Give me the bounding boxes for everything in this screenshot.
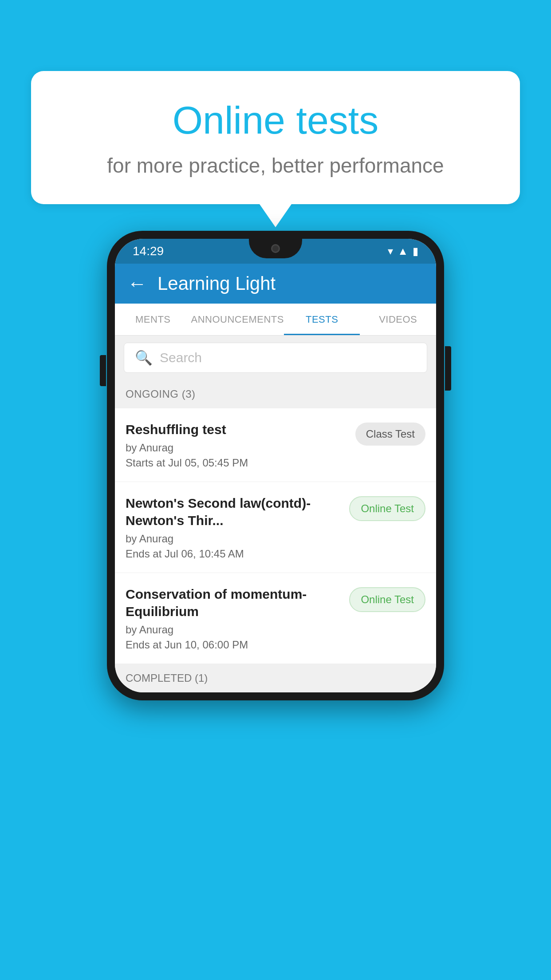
- section-completed: COMPLETED (1): [115, 664, 436, 692]
- status-time: 14:29: [133, 244, 164, 258]
- search-input[interactable]: Search: [160, 350, 202, 365]
- test-time-3: Ends at Jun 10, 06:00 PM: [126, 639, 342, 651]
- section-ongoing: ONGOING (3): [115, 380, 436, 408]
- bubble-tail: [260, 204, 291, 227]
- test-badge-3: Online Test: [349, 587, 425, 612]
- app-title: Learning Light: [157, 273, 276, 294]
- test-info-3: Conservation of momentum-Equilibrium by …: [126, 585, 342, 651]
- phone-outer: 14:29 ▾ ▲ ▮ ← Learning Light MENTS: [107, 231, 444, 700]
- test-info-1: Reshuffling test by Anurag Starts at Jul…: [126, 421, 348, 469]
- camera-dot: [271, 244, 280, 253]
- search-container: 🔍 Search: [115, 336, 436, 380]
- search-bar[interactable]: 🔍 Search: [124, 343, 427, 373]
- test-title-2: Newton's Second law(contd)-Newton's Thir…: [126, 494, 342, 529]
- wifi-icon: ▾: [388, 245, 393, 257]
- test-author-1: by Anurag: [126, 442, 348, 454]
- test-item-1[interactable]: Reshuffling test by Anurag Starts at Jul…: [115, 408, 436, 482]
- phone-mockup: 14:29 ▾ ▲ ▮ ← Learning Light MENTS: [107, 231, 444, 700]
- tab-tests[interactable]: TESTS: [284, 304, 360, 335]
- tab-bar: MENTS ANNOUNCEMENTS TESTS VIDEOS: [115, 304, 436, 336]
- test-list: Reshuffling test by Anurag Starts at Jul…: [115, 408, 436, 664]
- back-button[interactable]: ←: [127, 274, 147, 293]
- test-title-1: Reshuffling test: [126, 421, 348, 438]
- signal-icon: ▲: [398, 245, 408, 257]
- test-time-1: Starts at Jul 05, 05:45 PM: [126, 457, 348, 469]
- status-bar: 14:29 ▾ ▲ ▮: [115, 239, 436, 264]
- search-icon: 🔍: [135, 349, 153, 366]
- test-item-2[interactable]: Newton's Second law(contd)-Newton's Thir…: [115, 482, 436, 573]
- test-title-3: Conservation of momentum-Equilibrium: [126, 585, 342, 620]
- test-badge-1: Class Test: [355, 423, 425, 446]
- speech-bubble: Online tests for more practice, better p…: [31, 71, 520, 204]
- test-author-3: by Anurag: [126, 624, 342, 636]
- tab-videos[interactable]: VIDEOS: [360, 304, 436, 335]
- test-time-2: Ends at Jul 06, 10:45 AM: [126, 548, 342, 560]
- test-author-2: by Anurag: [126, 533, 342, 545]
- tab-ments[interactable]: MENTS: [115, 304, 191, 335]
- notch: [249, 239, 302, 258]
- status-icons: ▾ ▲ ▮: [388, 245, 418, 257]
- bubble-title: Online tests: [67, 98, 484, 143]
- promo-section: Online tests for more practice, better p…: [31, 71, 520, 227]
- test-badge-2: Online Test: [349, 496, 425, 521]
- phone-screen: 14:29 ▾ ▲ ▮ ← Learning Light MENTS: [115, 239, 436, 692]
- test-info-2: Newton's Second law(contd)-Newton's Thir…: [126, 494, 342, 560]
- test-item-3[interactable]: Conservation of momentum-Equilibrium by …: [115, 573, 436, 664]
- battery-icon: ▮: [413, 245, 418, 257]
- app-bar: ← Learning Light: [115, 264, 436, 304]
- tab-announcements[interactable]: ANNOUNCEMENTS: [191, 304, 284, 335]
- bubble-subtitle: for more practice, better performance: [67, 154, 484, 178]
